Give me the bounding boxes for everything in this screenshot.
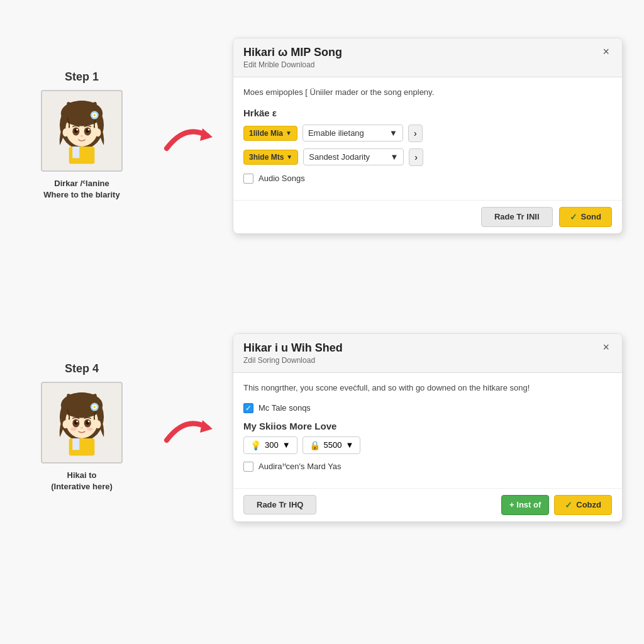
svg-point-28 — [70, 427, 76, 431]
svg-marker-17 — [200, 128, 213, 141]
dialog2-add-button[interactable]: + Inst of — [501, 495, 549, 515]
dialog2-panel: Hikar i u Wih Shed Zdil Soring Download … — [233, 333, 623, 522]
avatar-illustration — [44, 93, 119, 169]
svg-point-26 — [88, 421, 90, 423]
dialog2-header: Hikar i u Wih Shed Zdil Soring Download … — [233, 334, 622, 373]
dialog2-mc-tale-label: Mc Tale sonqs — [258, 403, 311, 413]
dialog2-body: This nongrther, you scone eveċfull, and … — [233, 373, 622, 488]
dialog2-checkbox1-row: ✓ Mc Tale sonqs — [243, 403, 612, 413]
dialog1-body: Moes emipoples [ Üniiler mader or the so… — [233, 77, 622, 200]
step4-desc: Hikai to (Interative here) — [51, 470, 113, 492]
dialog1-row1-nav-btn[interactable]: › — [408, 125, 423, 142]
step1-arrow — [164, 117, 214, 155]
dialog1-secondary-button[interactable]: Rade Tr INIl — [481, 207, 553, 227]
dialog2-value-row: 💡 300 ▼ 🔒 5500 ▼ — [243, 436, 612, 454]
dialog1-row2: 3hide Mts ▼ Sandest Jodarity ▼ › — [243, 148, 612, 166]
svg-point-27 — [80, 427, 83, 429]
dialog2-mc-tale-checkbox[interactable]: ✓ — [243, 403, 253, 413]
arrow-icon-2 — [164, 409, 214, 447]
check-mark-icon: ✓ — [245, 404, 252, 413]
dialog2-song-title: My Skiios More Love — [243, 421, 612, 431]
step1-label: Step 1 — [65, 70, 99, 84]
svg-point-25 — [76, 421, 78, 423]
svg-point-9 — [80, 135, 83, 137]
chevron-down-icon: ▼ — [282, 440, 291, 450]
svg-marker-37 — [200, 420, 213, 433]
dialog2-close-button[interactable]: × — [600, 341, 612, 353]
chevron-down-icon: ▼ — [346, 440, 354, 450]
chevron-down-icon: ▼ — [286, 153, 292, 160]
dialog2-value1: 300 — [265, 440, 279, 450]
lock-icon: 🔒 — [309, 440, 320, 450]
svg-point-34 — [95, 420, 101, 428]
svg-point-32 — [93, 406, 96, 408]
dialog1-close-button[interactable]: × — [600, 46, 612, 57]
step4-label: Step 4 — [65, 362, 99, 375]
dialog1-audio-songs-label: Audio Songs — [258, 174, 305, 183]
dialog1-row2-nav-btn[interactable]: › — [409, 148, 423, 166]
dialog2-subtitle: Zdil Soring Download — [243, 356, 343, 365]
dialog1-row1: 1lilde Mia ▼ Emable ilietang ▼ › — [243, 125, 612, 142]
dialog1-footer: Rade Tr INIl ✓ Sond — [233, 200, 622, 233]
check-icon: ✓ — [570, 212, 577, 222]
svg-point-14 — [95, 128, 101, 136]
bulb-icon: 💡 — [250, 440, 261, 450]
arrow-icon — [164, 117, 214, 155]
dialog1-checkbox-row: Audio Songs — [243, 174, 612, 184]
dialog1-subtitle: Edit Mrible Download — [243, 60, 342, 69]
dialog2-title: Hikar i u Wih Shed — [243, 341, 343, 355]
dialog2-audirahcen-label: Audiraᴴcen's Mard Yas — [258, 462, 341, 471]
dialog1-row2-select[interactable]: Sandest Jodarity ▼ — [303, 148, 404, 165]
step1-desc: Dirkar /ᶜlanine Where to the blarity — [43, 178, 119, 201]
step4-avatar — [41, 382, 123, 464]
dialog2-secondary-button[interactable]: Rade Tr IHQ — [243, 495, 316, 514]
dialog1-row1-badge[interactable]: 1lilde Mia ▼ — [243, 126, 297, 141]
dialog1-title: Hikari ω MIP Song — [243, 46, 342, 59]
svg-point-29 — [87, 427, 92, 431]
dialog2-header-text: Hikar i u Wih Shed Zdil Soring Download — [243, 341, 343, 365]
step4-arrow — [164, 409, 214, 447]
step4-section: Step 4 — [19, 333, 623, 522]
dialog2-footer-right: + Inst of ✓ Cobzd — [501, 495, 612, 515]
dialog2-primary-button[interactable]: ✓ Cobzd — [554, 495, 612, 515]
dialog1-desc: Moes emipoples [ Üniiler mader or the so… — [243, 86, 612, 99]
step1-section: Step 1 — [19, 38, 623, 234]
dialog2-value2-box[interactable]: 🔒 5500 ▼ — [303, 436, 361, 454]
dialog1-audio-songs-checkbox[interactable] — [243, 174, 253, 184]
svg-rect-36 — [72, 438, 79, 450]
step1-left: Step 1 — [19, 70, 145, 201]
step1-avatar — [41, 90, 123, 172]
chevron-down-icon: ▼ — [286, 130, 292, 136]
dialog1-primary-button[interactable]: ✓ Sond — [559, 207, 613, 227]
dialog2-desc: This nongrther, you scone eveċfull, and … — [243, 382, 612, 394]
dialog1-row2-badge[interactable]: 3hide Mts ▼ — [243, 150, 298, 165]
step4-left: Step 4 — [19, 362, 145, 492]
avatar-illustration-2 — [44, 385, 119, 460]
check-icon-2: ✓ — [565, 500, 572, 510]
dialog2-footer: Rade Tr IHQ + Inst of ✓ Cobzd — [233, 488, 622, 521]
dialog2-value1-box[interactable]: 💡 300 ▼ — [243, 436, 297, 454]
dialog2-audirahcen-checkbox[interactable] — [243, 462, 253, 472]
svg-point-7 — [76, 129, 78, 131]
svg-point-33 — [63, 420, 69, 428]
dialog2-footer-left: Rade Tr IHQ — [243, 495, 316, 514]
chevron-down-icon: ▼ — [390, 152, 398, 162]
svg-point-13 — [63, 128, 69, 136]
svg-point-12 — [93, 114, 96, 116]
dialog1-header: Hikari ω MIP Song Edit Mrible Download × — [233, 38, 622, 77]
dialog2-checkbox2-row: Audiraᴴcen's Mard Yas — [243, 462, 612, 472]
dialog2-value2: 5500 — [324, 440, 342, 450]
dialog1-panel: Hikari ω MIP Song Edit Mrible Download ×… — [233, 38, 623, 234]
svg-point-8 — [88, 129, 90, 131]
chevron-down-icon: ▼ — [389, 128, 397, 138]
dialog1-section-title: Hrkäe ε — [243, 108, 612, 118]
dialog1-header-text: Hikari ω MIP Song Edit Mrible Download — [243, 46, 342, 69]
dialog1-row1-select[interactable]: Emable ilietang ▼ — [303, 125, 403, 142]
svg-rect-16 — [72, 147, 79, 158]
